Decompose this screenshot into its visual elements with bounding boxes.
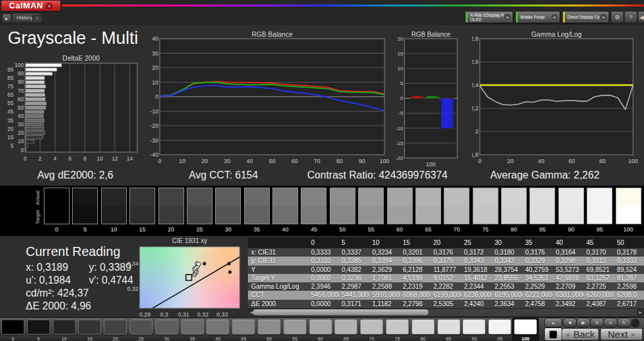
auto-advance-button[interactable]: A (590, 318, 604, 327)
level-button-60[interactable] (309, 319, 332, 335)
level-button-65[interactable] (334, 319, 357, 335)
table-cell: 0,3396 (400, 257, 431, 265)
level-button-35[interactable] (181, 319, 204, 335)
reading-x: x: 0,3189 (26, 262, 68, 273)
deltae-bar (26, 64, 62, 67)
deltae-x-tick: 8 (83, 155, 86, 162)
level-button-10[interactable] (53, 319, 76, 335)
rgb-balance-line-chart: RGB Balance-40-30-20-1001020304001020304… (148, 31, 393, 166)
patch-level-label: 30 (215, 226, 241, 233)
gamma-x-tick: 80 (599, 158, 605, 164)
cie-x-tick: 0,29 (139, 311, 151, 317)
refresh-button[interactable]: ↻ (617, 318, 631, 327)
level-button-95[interactable] (488, 319, 511, 335)
stat-contrast-ratio: Contrast Ratio: 424369976374 (307, 170, 448, 181)
deltae-y-tick: 15 (8, 134, 14, 141)
cie-y-tick: 0,32 (127, 286, 138, 292)
collapse-panel-button[interactable]: ◀ (638, 11, 644, 23)
level-button-label: 55 (283, 336, 307, 341)
table-cell: 4,5199 (400, 274, 431, 282)
table-cell: 40,2759 (522, 266, 553, 274)
reading-y: y: 0,3389 (89, 262, 131, 273)
continuous-button[interactable]: ∞ (603, 318, 618, 327)
stop-button[interactable]: ■ (563, 318, 577, 327)
meter-selector-display-control[interactable]: Direct Display Control ▾ (562, 11, 609, 23)
patch-options-up-button[interactable]: ▲ (544, 318, 562, 327)
level-button-80[interactable] (412, 319, 435, 335)
patch-target (359, 206, 383, 224)
meter-selector-colorimeter[interactable]: X-Rite i1Display RetailOLED ▾ (465, 11, 513, 23)
level-button-100[interactable] (514, 319, 537, 335)
grayscale-patch-0 (44, 188, 70, 224)
table-cell: 34,5351 (522, 274, 553, 282)
rgb-balance-bar-svg: RGB Balance-20-15-10-505101520100 (396, 31, 472, 166)
level-button-15[interactable] (78, 319, 101, 335)
table-row-label: y: CIE31 (248, 257, 308, 265)
level-button-40[interactable] (206, 319, 229, 335)
rgbbar-y-tick: -5 (399, 110, 404, 116)
patch-level-label: 60 (387, 226, 413, 233)
level-button-75[interactable] (386, 319, 409, 335)
level-button-30[interactable] (155, 319, 178, 335)
table-column-header: 15 (400, 237, 431, 248)
deltae-bar (26, 136, 43, 139)
level-button-70[interactable] (360, 319, 383, 335)
settings-button[interactable]: ⚙ (611, 11, 624, 23)
deltae-y-tick: 85 (8, 75, 14, 81)
level-button-55[interactable] (283, 319, 307, 335)
level-button-50[interactable] (258, 319, 281, 335)
table-column-header: 5 (339, 237, 370, 248)
next-button[interactable]: Next » (600, 328, 643, 340)
scrollbar-thumb[interactable] (253, 309, 428, 315)
grayscale-patch-10 (101, 188, 127, 224)
app-menu-button[interactable]: CalMAN ▾ (1, 1, 61, 11)
rgb-x-tick: 40 (247, 158, 253, 164)
deltae-bar (26, 85, 46, 88)
patch-level-label: 45 (301, 226, 327, 233)
table-scrollbar[interactable]: ◄ ► (248, 308, 644, 316)
table-cell: 2,2282 (430, 282, 461, 291)
deltae-bar (26, 68, 57, 71)
custom-patch-button[interactable] (544, 327, 562, 341)
patch-actual (130, 188, 155, 206)
black-square-icon (549, 331, 557, 338)
table-cell: 63,1257 (583, 274, 614, 282)
play-button[interactable]: ▶ (576, 318, 591, 327)
play-icon: ▶ (582, 320, 585, 326)
meter-selector-pattern-source[interactable]: Mobile Forge ▾ (515, 11, 560, 23)
help-button[interactable]: ? (624, 11, 638, 23)
level-button-85[interactable] (437, 319, 460, 335)
table-cell: 0,0000 (308, 300, 339, 308)
reference-point (228, 270, 231, 273)
table-cell: 5441,0000 (339, 291, 370, 299)
deltae-bar (26, 89, 44, 92)
grayscale-patch-45 (301, 188, 327, 224)
add-tab-button[interactable]: + (32, 15, 43, 23)
level-button-45[interactable] (232, 319, 255, 335)
rgbbar-y-tick: -20 (396, 155, 404, 161)
table-cell: 0,3337 (339, 248, 370, 257)
back-button[interactable]: « Back (562, 328, 599, 340)
level-button-label: 75 (386, 336, 409, 341)
grayscale-patch-30 (215, 188, 241, 224)
level-button-25[interactable] (129, 319, 153, 335)
table-column-header: 25 (461, 237, 492, 248)
grayscale-patch-20 (158, 188, 184, 224)
cie-1931-chart: CIE 1931 xy0,340,320,290,30,310,320,33 (126, 237, 248, 317)
table-cell: 0,3333 (308, 257, 339, 265)
deltae-y-tick: 100 (15, 62, 24, 68)
table-row: Gamma Log/Log2,39462,29872,25882,23192,2… (248, 282, 644, 291)
level-button-5[interactable] (27, 319, 50, 335)
rgb-balance-line-svg: RGB Balance-40-30-20-1001020304001020304… (148, 31, 393, 166)
table-cell: 1,7081 (369, 274, 400, 282)
chart-title: CIE 1931 xy (172, 237, 207, 244)
level-button-20[interactable] (104, 319, 127, 335)
level-button-0[interactable] (1, 319, 24, 335)
tab-scroll-button[interactable]: ▶ (2, 14, 12, 23)
level-button-90[interactable] (462, 319, 486, 335)
auto-advance-icon: A (596, 320, 599, 325)
patch-actual (245, 188, 269, 206)
table-cell: 2,2725 (583, 282, 614, 291)
scroll-right-arrow-icon[interactable]: ► (637, 309, 644, 316)
deltae-bar (26, 148, 26, 151)
